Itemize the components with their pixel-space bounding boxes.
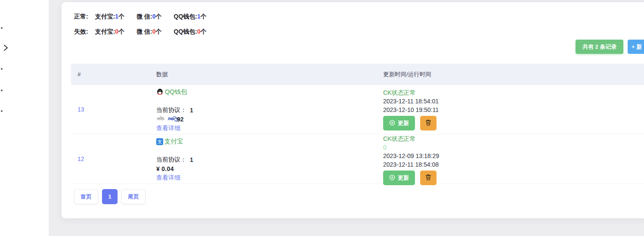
run-time: 2023-12-10 19:50:11 xyxy=(383,106,644,114)
stat-qq-invalid: QQ钱包:0个 xyxy=(174,28,207,36)
row-data-cell: 支 支付宝 当前协议： 1 ¥ 0.04 查看详细 xyxy=(156,134,381,183)
main-card: 正常: 支付宝:1个 微 信:0个 QQ钱包:1个 失效: 支付宝:0个 微 信… xyxy=(62,2,644,218)
sidebar-bullet-icon xyxy=(1,27,3,29)
header-data: 数据 xyxy=(156,71,381,78)
trash-icon xyxy=(425,174,431,182)
delete-button[interactable] xyxy=(420,171,437,185)
wallet-balance: ¥ 0.04 xyxy=(156,165,174,172)
header-id: # xyxy=(71,71,156,78)
sidebar-bullet-icon xyxy=(1,68,3,70)
stat-wechat-normal: 微 信:0个 xyxy=(136,13,161,21)
table-row: 12 支 支付宝 当前协议： 1 ¥ 0.04 查看详细 xyxy=(71,134,644,184)
stats-invalid-label: 失效: xyxy=(74,28,88,36)
stat-alipay-invalid: 支付宝:0个 xyxy=(95,28,124,36)
wallet-line: 支 支付宝 xyxy=(156,137,381,146)
wallet-table: # 数据 更新时间/运行时间 13 xyxy=(71,64,644,184)
pagination-page-1-button[interactable]: 1 xyxy=(102,189,118,204)
wallet-line: QQ钱包 xyxy=(156,87,381,96)
record-count-button[interactable]: 共有 2 条记录 xyxy=(576,40,623,54)
update-time: 2023-12-11 18:54:01 xyxy=(383,97,644,106)
sidebar-bullet-icon xyxy=(1,90,3,91)
stats-invalid-row: 失效: 支付宝:0个 微 信:0个 QQ钱包:0个 xyxy=(74,28,219,36)
add-new-button[interactable]: + 新 xyxy=(628,40,644,54)
page: 正常: 支付宝:1个 微 信:0个 QQ钱包:1个 失效: 支付宝:0个 微 信… xyxy=(0,0,644,236)
delete-button[interactable] xyxy=(420,116,437,130)
row-actions: 更新 xyxy=(383,116,644,130)
protocol-line: 当前协议： 1 xyxy=(156,155,381,164)
row-time-cell: CK状态正常 0 2023-12-09 13:18:29 2023-12-11 … xyxy=(381,134,644,183)
table-header: # 数据 更新时间/运行时间 xyxy=(71,64,644,85)
pagination-last-button[interactable]: 尾页 xyxy=(121,189,146,204)
run-time: 2023-12-11 18:54:08 xyxy=(383,160,644,169)
plus-circle-icon xyxy=(389,120,395,127)
view-detail-link[interactable]: 查看详细 xyxy=(156,124,180,132)
qq-wallet-icon xyxy=(156,88,164,96)
faint-counter: 0 xyxy=(383,143,644,152)
update-button[interactable]: 更新 xyxy=(383,116,415,130)
header-time: 更新时间/运行时间 xyxy=(381,71,644,78)
stat-alipay-normal: 支付宝:1个 xyxy=(95,13,124,21)
redacted-scribble-icon xyxy=(156,115,165,123)
sidebar-bullet-icon xyxy=(1,110,3,112)
wallet-name: QQ钱包 xyxy=(165,88,187,96)
table-row: 13 xyxy=(71,85,644,134)
update-button[interactable]: 更新 xyxy=(383,171,415,185)
trash-icon xyxy=(425,119,431,127)
stats-normal-label: 正常: xyxy=(74,13,88,21)
stat-wechat-invalid: 微 信:0个 xyxy=(136,28,161,36)
row-time-cell: CK状态正常 2023-12-11 18:54:01 2023-12-10 19… xyxy=(381,85,644,134)
row-id: 13 xyxy=(71,85,156,134)
stats-normal-row: 正常: 支付宝:1个 微 信:0个 QQ钱包:1个 xyxy=(74,13,219,21)
pagination-first-button[interactable]: 首页 xyxy=(74,189,98,204)
amount-line: 92 xyxy=(156,115,381,124)
stat-qq-normal: QQ钱包:1个 xyxy=(174,13,207,21)
row-id: 12 xyxy=(71,134,156,183)
amount-visible-digits: 92 xyxy=(177,116,184,123)
row-actions: 更新 xyxy=(383,171,644,185)
alipay-icon: 支 xyxy=(156,138,163,145)
row-data-cell: QQ钱包 当前协议： 1 xyxy=(156,85,381,134)
update-time: 2023-12-09 13:18:29 xyxy=(383,152,644,160)
view-detail-link[interactable]: 查看详细 xyxy=(156,174,180,182)
plus-circle-icon xyxy=(389,174,395,182)
pagination: 首页 1 尾页 xyxy=(74,189,146,204)
ck-status: CK状态正常 xyxy=(383,88,644,97)
sidebar xyxy=(0,0,49,236)
protocol-line: 当前协议： 1 xyxy=(156,106,381,115)
wallet-name: 支付宝 xyxy=(164,137,183,146)
ck-status: CK状态正常 xyxy=(383,134,644,143)
sidebar-toggle-chevron-icon[interactable] xyxy=(3,44,9,52)
